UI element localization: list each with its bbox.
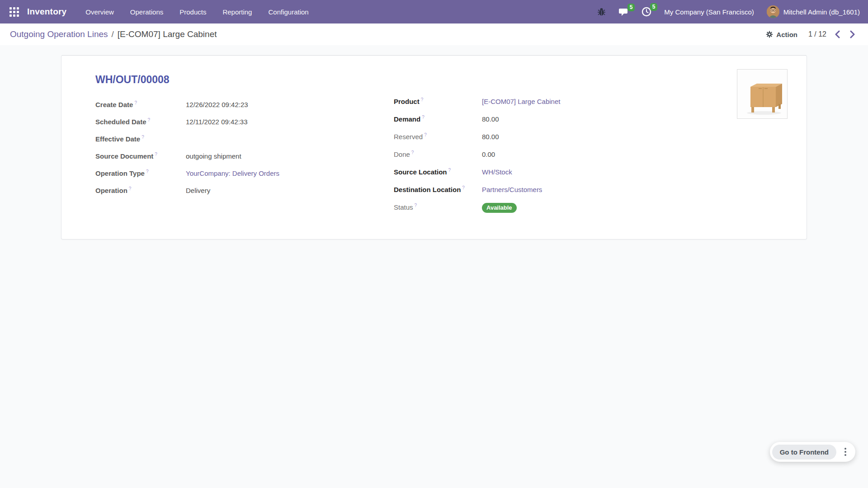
company-switcher[interactable]: My Company (San Francisco) <box>664 8 754 16</box>
breadcrumb-current: [E-COM07] Large Cabinet <box>118 29 217 39</box>
help-icon: ? <box>415 203 417 208</box>
help-icon: ? <box>422 115 425 120</box>
field-row-done: Done? 0.00 <box>394 150 674 160</box>
record-title: WH/OUT/00008 <box>95 74 773 86</box>
help-icon: ? <box>148 117 151 122</box>
help-icon: ? <box>462 185 465 190</box>
activities-badge: 5 <box>650 3 658 11</box>
field-row-source-document: Source Document? outgoing shipment <box>95 152 394 162</box>
nav-item-overview[interactable]: Overview <box>85 6 114 18</box>
help-icon: ? <box>134 100 137 105</box>
go-to-frontend-button[interactable]: Go to Frontend <box>772 445 836 460</box>
nav-menu: Overview Operations Products Reporting C… <box>85 6 308 18</box>
help-icon: ? <box>155 152 157 157</box>
messages-button[interactable]: 5 <box>618 7 629 17</box>
field-row-product: Product? [E-COM07] Large Cabinet <box>394 97 674 108</box>
field-label-source-location: Source Location? <box>394 168 482 176</box>
gear-icon <box>766 31 773 38</box>
product-image <box>737 69 788 119</box>
field-value-demand: 80.00 <box>482 115 499 123</box>
nav-item-reporting[interactable]: Reporting <box>222 6 252 18</box>
cabinet-illustration <box>740 72 785 116</box>
form-left-column: Create Date? 12/26/2022 09:42:23 Schedul… <box>95 100 394 221</box>
help-icon: ? <box>146 169 149 174</box>
pager-next-button[interactable] <box>849 29 856 39</box>
field-row-operation-type: Operation Type? YourCompany: Delivery Or… <box>95 169 394 179</box>
field-label-effective-date: Effective Date? <box>95 135 186 143</box>
form-right-column: Product? [E-COM07] Large Cabinet Demand?… <box>394 97 674 221</box>
action-menu-button[interactable]: Action <box>766 31 797 38</box>
chevron-right-icon <box>849 30 855 38</box>
field-label-done: Done? <box>394 150 482 158</box>
field-label-scheduled-date: Scheduled Date? <box>95 117 186 126</box>
field-label-demand: Demand? <box>394 115 482 123</box>
help-icon: ? <box>421 97 424 102</box>
field-label-source-document: Source Document? <box>95 152 186 160</box>
navbar-right: 5 5 My Company (San Francisco) Mit <box>597 5 860 18</box>
field-value-product[interactable]: [E-COM07] Large Cabinet <box>482 98 560 105</box>
top-navbar: Inventory Overview Operations Products R… <box>0 0 868 23</box>
breadcrumb-parent-link[interactable]: Outgoing Operation Lines <box>10 29 108 39</box>
field-row-status: Status? Available <box>394 203 674 213</box>
field-value-destination-location[interactable]: Partners/Customers <box>482 186 542 193</box>
field-row-operation: Operation? Delivery <box>95 186 394 197</box>
app-name[interactable]: Inventory <box>27 7 66 17</box>
breadcrumb: Outgoing Operation Lines / [E-COM07] Lar… <box>10 29 217 39</box>
nav-item-operations[interactable]: Operations <box>130 6 163 18</box>
field-row-reserved: Reserved? 80.00 <box>394 132 674 143</box>
field-label-operation-type: Operation Type? <box>95 169 186 177</box>
bug-icon <box>597 7 606 17</box>
activities-button[interactable]: 5 <box>642 7 651 17</box>
user-avatar <box>767 5 779 18</box>
field-value-scheduled-date: 12/11/2022 09:42:33 <box>186 118 248 126</box>
chevron-left-icon <box>835 30 840 38</box>
nav-item-products[interactable]: Products <box>179 6 206 18</box>
field-label-product: Product? <box>394 97 482 105</box>
debug-bug-icon[interactable] <box>597 7 606 17</box>
help-icon: ? <box>142 135 144 140</box>
fab-more-button[interactable] <box>838 444 853 460</box>
nav-item-configuration[interactable]: Configuration <box>268 6 308 18</box>
help-icon: ? <box>411 150 414 155</box>
help-icon: ? <box>129 186 132 191</box>
field-row-destination-location: Destination Location? Partners/Customers <box>394 185 674 196</box>
field-row-create-date: Create Date? 12/26/2022 09:42:23 <box>95 100 394 111</box>
help-icon: ? <box>448 168 451 173</box>
user-name: Mitchell Admin (db_1601) <box>783 8 860 16</box>
field-value-operation: Delivery <box>186 187 210 194</box>
pager-count: 1 / 12 <box>808 30 826 38</box>
control-panel-right: Action 1 / 12 <box>766 29 856 39</box>
field-row-demand: Demand? 80.00 <box>394 115 674 125</box>
action-label: Action <box>776 31 797 38</box>
form-sheet: WH/OUT/00008 Create Date? 12/26/2022 09:… <box>61 55 807 239</box>
control-panel: Outgoing Operation Lines / [E-COM07] Lar… <box>0 23 868 45</box>
field-row-source-location: Source Location? WH/Stock <box>394 168 674 178</box>
status-badge: Available <box>482 203 517 213</box>
frontend-fab: Go to Frontend <box>770 442 855 462</box>
apps-grid-icon <box>9 7 19 17</box>
field-label-create-date: Create Date? <box>95 100 186 108</box>
messages-badge: 5 <box>627 4 635 11</box>
user-menu[interactable]: Mitchell Admin (db_1601) <box>767 5 860 18</box>
field-row-effective-date: Effective Date? <box>95 135 394 145</box>
help-icon: ? <box>424 132 427 137</box>
field-label-operation: Operation? <box>95 186 186 194</box>
pager-previous-button[interactable] <box>834 29 841 39</box>
field-label-reserved: Reserved? <box>394 132 482 141</box>
field-label-destination-location: Destination Location? <box>394 185 482 193</box>
field-value-source-location[interactable]: WH/Stock <box>482 168 512 176</box>
field-value-operation-type[interactable]: YourCompany: Delivery Orders <box>186 169 279 177</box>
field-value-reserved: 80.00 <box>482 133 499 141</box>
kebab-icon <box>844 448 846 450</box>
field-label-status: Status? <box>394 203 482 211</box>
field-row-scheduled-date: Scheduled Date? 12/11/2022 09:42:33 <box>95 117 394 128</box>
breadcrumb-separator: / <box>112 29 114 39</box>
field-value-create-date: 12/26/2022 09:42:23 <box>186 101 248 108</box>
field-value-source-document: outgoing shipment <box>186 152 241 160</box>
field-value-done: 0.00 <box>482 150 495 158</box>
pager: 1 / 12 <box>808 29 856 39</box>
apps-menu-button[interactable] <box>8 6 20 18</box>
